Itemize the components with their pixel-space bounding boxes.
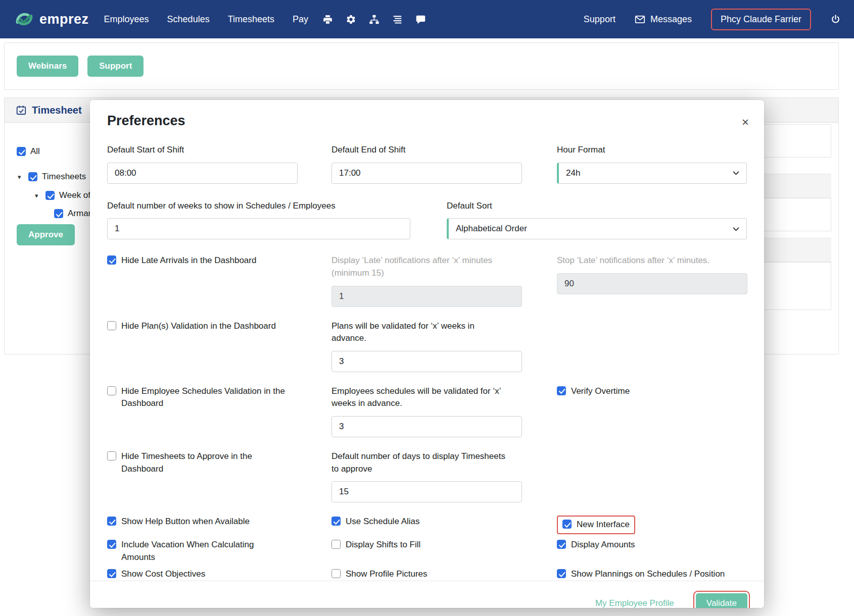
nav-schedules[interactable]: Schedules bbox=[167, 14, 210, 25]
nav-messages[interactable]: Messages bbox=[635, 14, 692, 25]
cogs-icon[interactable] bbox=[346, 14, 356, 25]
printer-icon[interactable] bbox=[322, 14, 333, 25]
checkbox[interactable] bbox=[557, 540, 566, 549]
brand-logo[interactable]: emprez bbox=[13, 8, 89, 30]
tree-label: Week of bbox=[59, 190, 90, 200]
caret-down-icon[interactable]: ▾ bbox=[35, 192, 41, 199]
checkbox[interactable] bbox=[107, 517, 116, 526]
hide-employee-schedules-checkbox[interactable]: Hide Employee Schedules Validation in th… bbox=[107, 385, 331, 437]
tree-item-week[interactable]: ▾ Week of bbox=[35, 190, 90, 200]
shifts-to-fill-checkbox[interactable]: Display Shifts to Fill bbox=[331, 539, 557, 563]
checkbox[interactable] bbox=[107, 321, 116, 330]
hide-timesheets-checkbox[interactable]: Hide Timesheets to Approve in the Dashbo… bbox=[107, 450, 331, 502]
default-sort-label: Default Sort bbox=[447, 200, 747, 213]
validate-highlight: Validate bbox=[693, 591, 750, 608]
list-icon[interactable] bbox=[392, 14, 403, 25]
checkbox[interactable] bbox=[45, 191, 55, 200]
timesheet-days-input[interactable] bbox=[331, 481, 522, 502]
end-shift-input[interactable] bbox=[331, 163, 522, 184]
nav-timesheets[interactable]: Timesheets bbox=[228, 14, 274, 25]
checkbox[interactable] bbox=[562, 520, 572, 529]
checkbox[interactable] bbox=[28, 172, 37, 181]
verify-overtime-checkbox[interactable]: Verify Overtime bbox=[557, 385, 747, 437]
approve-button[interactable]: Approve bbox=[17, 224, 75, 245]
user-name: Phcy Claude Farrier bbox=[721, 14, 801, 24]
nav-support[interactable]: Support bbox=[584, 14, 615, 25]
checkbox-label: Show Plannings on Schedules / Position bbox=[571, 568, 725, 581]
late-stop-input bbox=[557, 273, 747, 294]
checkbox[interactable] bbox=[107, 540, 116, 549]
nav-employees[interactable]: Employees bbox=[104, 14, 149, 25]
schedule-alias-checkbox[interactable]: Use Schedule Alias bbox=[331, 516, 557, 534]
checkbox[interactable] bbox=[17, 147, 26, 156]
select-value: 24h bbox=[566, 168, 580, 178]
profile-pictures-checkbox[interactable]: Show Profile Pictures bbox=[331, 568, 557, 581]
start-shift-label: Default Start of Shift bbox=[107, 144, 331, 157]
webinars-button[interactable]: Webinars bbox=[17, 56, 78, 77]
weeks-show-label: Default number of weeks to show in Sched… bbox=[107, 200, 447, 213]
checkbox[interactable] bbox=[107, 255, 116, 265]
checkbox[interactable] bbox=[557, 569, 566, 578]
hour-format-select[interactable]: 24h bbox=[557, 163, 747, 184]
checkbox-label: Show Cost Objectives bbox=[121, 568, 205, 581]
user-menu[interactable]: Phcy Claude Farrier bbox=[711, 9, 811, 30]
checkbox[interactable] bbox=[107, 386, 116, 395]
modal-title: Preferences bbox=[107, 113, 185, 129]
late-stop-label: Stop ‘Late’ notifications after ‘x’ minu… bbox=[557, 254, 747, 267]
emp-sched-weeks-input[interactable] bbox=[331, 416, 522, 437]
checkbox[interactable] bbox=[331, 540, 341, 549]
envelope-icon bbox=[635, 14, 645, 25]
checkbox-label: Hide Late Arrivals in the Dashboard bbox=[121, 254, 256, 267]
main-nav: Employees Schedules Timesheets Pay bbox=[104, 14, 309, 25]
start-shift-input[interactable] bbox=[107, 163, 298, 184]
chevron-down-icon bbox=[732, 169, 740, 177]
chat-icon[interactable] bbox=[415, 14, 426, 25]
late-after-label: Display ‘Late’ notifications after ‘x’ m… bbox=[331, 254, 506, 279]
hide-plans-checkbox[interactable]: Hide Plan(s) Validation in the Dashboard bbox=[107, 320, 331, 372]
default-sort-select[interactable]: Alphabetical Order bbox=[447, 218, 747, 239]
hide-late-checkbox[interactable]: Hide Late Arrivals in the Dashboard bbox=[107, 254, 331, 306]
include-vacation-checkbox[interactable]: Include Vacation When Calculating Amount… bbox=[107, 539, 331, 563]
chevron-down-icon bbox=[732, 225, 740, 233]
sitemap-icon[interactable] bbox=[369, 14, 379, 25]
select-value: Alphabetical Order bbox=[456, 224, 527, 234]
section-title: Timesheet bbox=[32, 105, 82, 116]
checkbox[interactable] bbox=[331, 517, 341, 526]
tree-item-employee[interactable]: Armar bbox=[54, 209, 91, 219]
nav-right: Support Messages Phcy Claude Farrier bbox=[584, 9, 841, 30]
screen: emprez Employees Schedules Timesheets Pa… bbox=[0, 0, 854, 616]
filter-all-checkbox[interactable]: All bbox=[17, 146, 40, 157]
show-plannings-checkbox[interactable]: Show Plannings on Schedules / Position bbox=[557, 568, 747, 581]
validate-button[interactable]: Validate bbox=[696, 593, 747, 608]
checkbox[interactable] bbox=[107, 451, 116, 460]
display-amounts-checkbox[interactable]: Display Amounts bbox=[557, 539, 747, 563]
checkbox[interactable] bbox=[557, 386, 566, 395]
messages-label: Messages bbox=[650, 14, 692, 25]
nav-pay[interactable]: Pay bbox=[293, 14, 308, 25]
filter-all-label: All bbox=[30, 146, 40, 157]
calendar-icon bbox=[16, 105, 27, 116]
show-help-checkbox[interactable]: Show Help Button when Available bbox=[107, 516, 331, 534]
checkbox[interactable] bbox=[107, 569, 116, 578]
checkbox-label: New Interface bbox=[577, 519, 630, 531]
checkbox[interactable] bbox=[331, 569, 341, 578]
quick-links-card: Webinars Support bbox=[4, 42, 839, 90]
my-employee-profile-link[interactable]: My Employee Profile bbox=[595, 598, 674, 608]
brand-name: emprez bbox=[39, 12, 89, 27]
weeks-show-input[interactable] bbox=[107, 218, 410, 239]
checkbox-label: Hide Plan(s) Validation in the Dashboard bbox=[121, 320, 276, 333]
plans-weeks-input[interactable] bbox=[331, 351, 522, 372]
caret-down-icon[interactable]: ▾ bbox=[18, 173, 24, 181]
close-icon[interactable]: × bbox=[742, 116, 749, 128]
tree-item-timesheets[interactable]: ▾ Timesheets bbox=[18, 172, 86, 182]
checkbox-label: Verify Overtime bbox=[571, 385, 630, 398]
checkbox-label: Show Profile Pictures bbox=[346, 568, 428, 581]
power-icon[interactable] bbox=[830, 14, 841, 25]
nav-icon-bar bbox=[322, 14, 426, 25]
cost-objectives-checkbox[interactable]: Show Cost Objectives bbox=[107, 568, 331, 581]
new-interface-checkbox[interactable]: New Interface bbox=[557, 516, 635, 534]
support-button[interactable]: Support bbox=[87, 56, 144, 77]
checkbox[interactable] bbox=[54, 209, 63, 218]
checkbox-label: Include Vacation When Calculating Amount… bbox=[121, 539, 263, 563]
hour-format-label: Hour Format bbox=[557, 144, 747, 157]
